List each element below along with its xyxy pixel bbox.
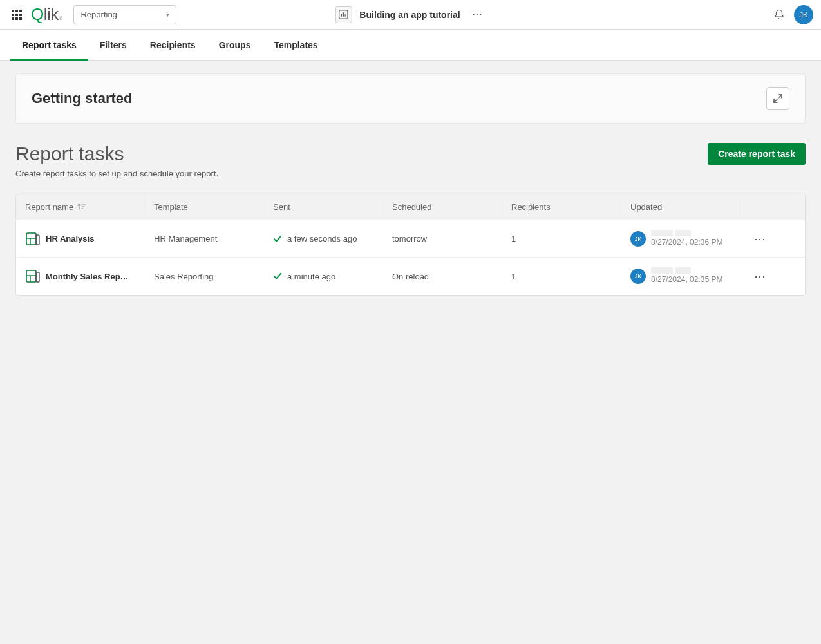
more-horizontal-icon: ⋯	[472, 8, 482, 21]
tab-report-tasks[interactable]: Report tasks	[10, 30, 88, 60]
updated-timestamp: 8/27/2024, 02:36 PM	[651, 238, 722, 248]
tab-groups[interactable]: Groups	[207, 30, 263, 60]
col-label: Report name	[25, 202, 73, 212]
tab-bar: Report tasks Filters Recipients Groups T…	[0, 30, 821, 61]
tab-label: Report tasks	[22, 40, 77, 50]
more-horizontal-icon: ⋯	[754, 232, 766, 246]
report-name-text: Monthly Sales Rep…	[46, 272, 129, 281]
cell-recipients: 1	[502, 227, 621, 250]
tab-label: Filters	[100, 40, 127, 50]
updated-avatar: JK	[630, 269, 646, 284]
cell-scheduled: tomorrow	[383, 227, 502, 250]
app-more-button[interactable]: ⋯	[468, 6, 486, 24]
app-launcher-button[interactable]	[8, 6, 26, 24]
col-label: Updated	[630, 202, 662, 212]
getting-started-panel: Getting started	[15, 73, 806, 124]
table-row[interactable]: HR Analysis HR Management a few seconds …	[16, 220, 805, 258]
row-actions-button[interactable]: ⋯	[741, 225, 779, 252]
svg-rect-10	[26, 233, 36, 245]
col-sent[interactable]: Sent	[264, 194, 383, 220]
svg-rect-2	[19, 10, 22, 12]
check-icon	[273, 234, 282, 243]
cell-sent: a minute ago	[264, 265, 383, 288]
col-scheduled[interactable]: Scheduled	[383, 194, 502, 220]
expand-button[interactable]	[766, 87, 789, 110]
cell-scheduled: On reload	[383, 265, 502, 288]
cell-recipients: 1	[502, 265, 621, 288]
cell-template: Sales Reporting	[145, 265, 264, 288]
main-content: Getting started Report tasks Create repo…	[0, 61, 821, 308]
user-initials: JK	[800, 11, 808, 19]
tab-label: Recipients	[150, 40, 196, 50]
tab-templates[interactable]: Templates	[262, 30, 329, 60]
app-context: Building an app tutorial ⋯	[335, 6, 486, 24]
page-subtitle: Create report tasks to set up and schedu…	[15, 169, 806, 178]
create-report-task-button[interactable]: Create report task	[708, 143, 806, 165]
table-row[interactable]: Monthly Sales Rep… Sales Reporting a min…	[16, 258, 805, 295]
updated-avatar: JK	[630, 231, 646, 247]
col-label: Template	[154, 202, 188, 212]
bell-icon	[773, 9, 785, 21]
col-recipients[interactable]: Recipients	[502, 194, 621, 220]
redacted-name	[651, 267, 722, 274]
table-header: Report name Template Sent Scheduled Reci…	[16, 194, 805, 220]
report-name-text: HR Analysis	[46, 234, 94, 243]
app-icon	[335, 6, 352, 23]
sheet-icon	[339, 10, 348, 19]
report-icon	[25, 231, 41, 247]
svg-rect-8	[19, 17, 22, 20]
col-report-name[interactable]: Report name	[16, 194, 145, 220]
notifications-button[interactable]	[773, 9, 785, 21]
svg-rect-3	[12, 14, 14, 16]
chevron-down-icon: ▾	[166, 11, 169, 18]
cell-report-name: Monthly Sales Rep…	[16, 262, 145, 290]
redacted-name	[651, 230, 722, 236]
svg-rect-1	[15, 10, 18, 12]
cell-sent: a few seconds ago	[264, 227, 383, 250]
sort-icon	[77, 203, 86, 212]
section-dropdown[interactable]: Reporting ▾	[73, 5, 176, 24]
check-icon	[273, 272, 282, 281]
more-horizontal-icon: ⋯	[754, 269, 766, 283]
col-template[interactable]: Template	[145, 194, 264, 220]
qlik-logo[interactable]: Qlik®	[31, 5, 62, 24]
grid-icon	[12, 10, 22, 20]
svg-rect-7	[15, 17, 18, 20]
svg-rect-5	[19, 14, 22, 16]
row-actions-button[interactable]: ⋯	[741, 263, 779, 290]
cell-updated: JK 8/27/2024, 02:36 PM	[621, 223, 741, 254]
col-actions	[741, 194, 779, 220]
tab-recipients[interactable]: Recipients	[138, 30, 207, 60]
col-updated[interactable]: Updated	[621, 194, 741, 220]
col-label: Scheduled	[392, 202, 431, 212]
top-header: Qlik® Reporting ▾ Building an app tutori…	[0, 0, 821, 30]
tab-label: Templates	[274, 40, 317, 50]
cell-template: HR Management	[145, 227, 264, 250]
svg-rect-6	[12, 17, 14, 20]
cell-report-name: HR Analysis	[16, 225, 145, 253]
svg-rect-0	[12, 10, 14, 12]
updated-timestamp: 8/27/2024, 02:35 PM	[651, 275, 722, 285]
app-title: Building an app tutorial	[359, 10, 460, 20]
sent-text: a few seconds ago	[287, 234, 357, 243]
section-dropdown-label: Reporting	[80, 10, 117, 19]
user-avatar[interactable]: JK	[794, 5, 813, 24]
cell-updated: JK 8/27/2024, 02:35 PM	[621, 261, 741, 292]
page-header: Report tasks Create report task	[15, 143, 806, 165]
getting-started-title: Getting started	[32, 90, 132, 107]
page-title: Report tasks	[15, 143, 124, 165]
report-tasks-table: Report name Template Sent Scheduled Reci…	[15, 194, 806, 296]
expand-icon	[773, 93, 783, 104]
col-label: Sent	[273, 202, 290, 212]
svg-rect-4	[15, 14, 18, 16]
col-label: Recipients	[511, 202, 551, 212]
top-right: JK	[773, 5, 813, 24]
report-icon	[25, 269, 41, 284]
sent-text: a minute ago	[287, 272, 335, 281]
svg-rect-14	[26, 270, 36, 282]
tab-label: Groups	[219, 40, 251, 50]
tab-filters[interactable]: Filters	[88, 30, 138, 60]
